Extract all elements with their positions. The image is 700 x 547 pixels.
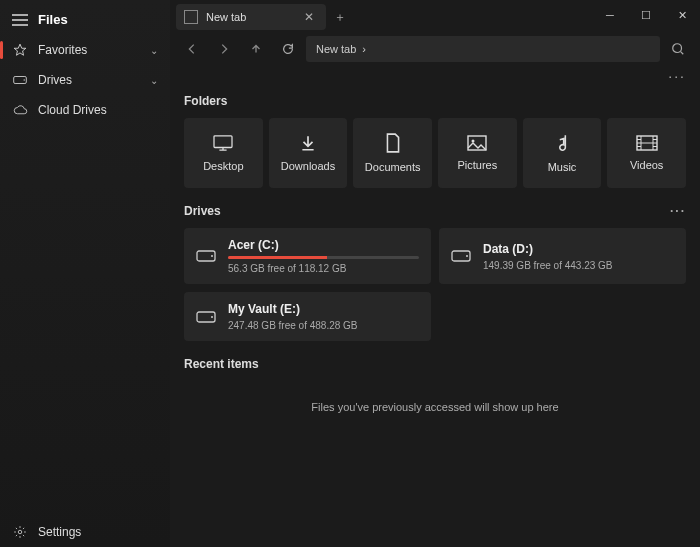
minimize-button[interactable]: ─ <box>592 0 628 30</box>
svg-point-3 <box>673 44 682 53</box>
drive-name: Data (D:) <box>483 242 674 256</box>
folders-grid: Desktop Downloads Documents Pictures Mus… <box>184 118 686 188</box>
folder-label: Music <box>548 161 577 173</box>
svg-point-13 <box>211 316 213 318</box>
drive-icon <box>196 311 216 323</box>
drive-free-text: 56.3 GB free of 118.12 GB <box>228 263 419 274</box>
drive-d[interactable]: Data (D:) 149.39 GB free of 443.23 GB <box>439 228 686 284</box>
content: Folders Desktop Downloads Documents Pict… <box>170 88 700 547</box>
folder-label: Documents <box>365 161 421 173</box>
sidebar-header: Files <box>0 4 170 35</box>
drive-usage-bar <box>228 256 419 259</box>
star-icon <box>12 43 28 57</box>
drives-grid: Acer (C:) 56.3 GB free of 118.12 GB Data… <box>184 228 686 341</box>
back-button[interactable] <box>178 35 206 63</box>
close-button[interactable]: ✕ <box>664 0 700 30</box>
main-panel: New tab ✕ ＋ ─ ☐ ✕ New t <box>170 0 700 547</box>
sidebar-item-label: Settings <box>38 525 158 539</box>
tab-title: New tab <box>206 11 292 23</box>
more-button[interactable]: ··· <box>668 68 686 84</box>
document-icon <box>385 133 401 153</box>
chevron-right-icon: › <box>362 43 366 55</box>
sidebar: Files Favorites ⌄ Drives ⌄ Cloud Drives <box>0 0 170 547</box>
new-tab-button[interactable]: ＋ <box>326 4 354 30</box>
app-title: Files <box>38 12 68 27</box>
folder-label: Desktop <box>203 160 243 172</box>
svg-rect-4 <box>214 136 232 148</box>
section-recent-title: Recent items <box>184 357 686 371</box>
toolbar: New tab › <box>170 30 700 68</box>
drive-icon <box>451 250 471 262</box>
menu-icon[interactable] <box>12 14 28 26</box>
chevron-down-icon: ⌄ <box>150 45 158 56</box>
drive-name: My Vault (E:) <box>228 302 419 316</box>
drive-c[interactable]: Acer (C:) 56.3 GB free of 118.12 GB <box>184 228 431 284</box>
drives-more-button[interactable]: ··· <box>670 204 686 218</box>
drive-name: Acer (C:) <box>228 238 419 252</box>
section-folders-title: Folders <box>184 94 686 108</box>
path-bar[interactable]: New tab › <box>306 36 660 62</box>
folder-label: Pictures <box>457 159 497 171</box>
up-button[interactable] <box>242 35 270 63</box>
tab-favicon-icon <box>184 10 198 24</box>
svg-point-11 <box>466 255 468 257</box>
folder-downloads[interactable]: Downloads <box>269 118 348 188</box>
sidebar-item-label: Favorites <box>38 43 140 57</box>
music-icon <box>554 133 570 153</box>
tab-new[interactable]: New tab ✕ <box>176 4 326 30</box>
sidebar-item-cloud-drives[interactable]: Cloud Drives <box>0 95 170 125</box>
sidebar-item-favorites[interactable]: Favorites ⌄ <box>0 35 170 65</box>
forward-button[interactable] <box>210 35 238 63</box>
folder-label: Downloads <box>281 160 335 172</box>
chevron-down-icon: ⌄ <box>150 75 158 86</box>
drive-icon <box>196 250 216 262</box>
refresh-button[interactable] <box>274 35 302 63</box>
gear-icon <box>12 525 28 539</box>
folder-videos[interactable]: Videos <box>607 118 686 188</box>
desktop-icon <box>212 134 234 152</box>
sidebar-item-drives[interactable]: Drives ⌄ <box>0 65 170 95</box>
sidebar-item-label: Cloud Drives <box>38 103 158 117</box>
drive-icon <box>12 75 28 85</box>
sidebar-item-label: Drives <box>38 73 140 87</box>
maximize-button[interactable]: ☐ <box>628 0 664 30</box>
breadcrumb: New tab <box>316 43 356 55</box>
window-controls: ─ ☐ ✕ <box>592 0 700 30</box>
sidebar-item-settings[interactable]: Settings <box>0 517 170 547</box>
folder-desktop[interactable]: Desktop <box>184 118 263 188</box>
drive-free-text: 149.39 GB free of 443.23 GB <box>483 260 674 271</box>
folder-documents[interactable]: Documents <box>353 118 432 188</box>
close-icon[interactable]: ✕ <box>300 10 318 24</box>
image-icon <box>467 135 487 151</box>
search-button[interactable] <box>664 35 692 63</box>
drive-e[interactable]: My Vault (E:) 247.48 GB free of 488.28 G… <box>184 292 431 341</box>
recent-empty-text: Files you've previously accessed will sh… <box>184 381 686 433</box>
titlebar: New tab ✕ ＋ ─ ☐ ✕ <box>170 0 700 30</box>
svg-point-9 <box>211 255 213 257</box>
svg-point-1 <box>24 79 25 80</box>
folder-label: Videos <box>630 159 663 171</box>
section-drives-title: Drives ··· <box>184 204 686 218</box>
drive-free-text: 247.48 GB free of 488.28 GB <box>228 320 419 331</box>
folder-pictures[interactable]: Pictures <box>438 118 517 188</box>
svg-point-2 <box>18 530 22 534</box>
video-icon <box>636 135 658 151</box>
download-icon <box>299 134 317 152</box>
folder-music[interactable]: Music <box>523 118 602 188</box>
cloud-icon <box>12 105 28 115</box>
